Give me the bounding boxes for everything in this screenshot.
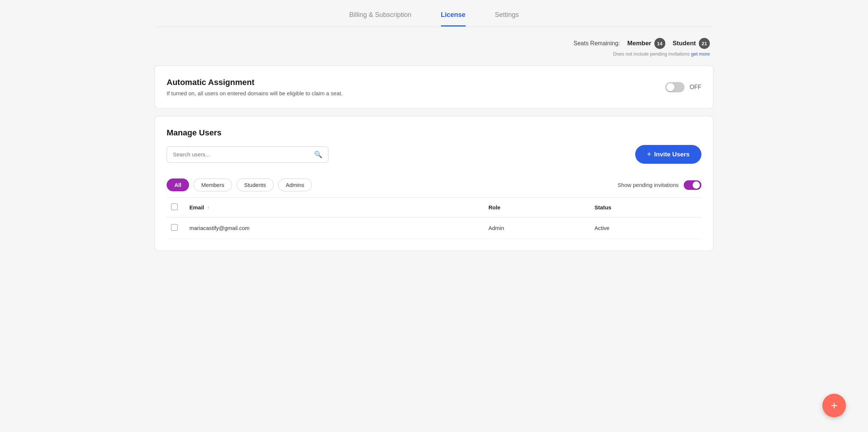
user-table: Email ↑ Role Status mariacastify@gmail.c… [167,198,701,239]
email-sort-icon: ↑ [207,205,210,210]
row-status: Active [590,217,701,239]
filter-row: All Members Students Admins Show pending… [167,173,701,198]
row-role: Admin [484,217,590,239]
pending-invitations-toggle[interactable] [684,180,701,190]
table-header: Email ↑ Role Status [167,198,701,217]
tab-bar: Billing & Subscription License Settings [154,0,714,27]
auto-assignment-toggle[interactable] [665,82,684,92]
seats-label: Seats Remaining: [573,40,620,47]
row-checkbox[interactable] [171,224,178,231]
filter-tabs: All Members Students Admins [167,178,312,191]
student-count-badge: 21 [699,38,710,49]
auto-assignment-toggle-label: OFF [690,84,701,91]
seats-section: Seats Remaining: Member 14 Student 21 Do… [154,38,714,57]
email-column-label: Email [189,204,204,210]
table-header-role: Role [484,198,590,217]
seats-note: Does not include pending invitations get… [613,51,710,57]
auto-assignment-title: Automatic Assignment [167,78,343,87]
table-header-status: Status [590,198,701,217]
pending-toggle-row: Show pending invitations [618,180,701,190]
table-header-email[interactable]: Email ↑ [185,198,484,217]
tab-settings[interactable]: Settings [495,11,519,26]
row-email: mariacastify@gmail.com [185,217,484,239]
fab-button[interactable]: + [822,394,846,417]
manage-users-card: Manage Users 🔍 + Invite Users All Member… [154,116,714,251]
fab-icon: + [831,399,838,412]
manage-users-title: Manage Users [167,128,701,138]
auto-assignment-description: If turned on, all users on entered domai… [167,90,343,96]
search-invite-row: 🔍 + Invite Users [167,145,701,164]
filter-tab-admins[interactable]: Admins [278,178,312,191]
student-label: Student [673,40,696,47]
invite-users-label: Invite Users [654,151,690,158]
table-body: mariacastify@gmail.com Admin Active [167,217,701,239]
tab-license[interactable]: License [441,11,466,26]
auto-assignment-toggle-area: OFF [665,82,701,92]
auto-assignment-card: Automatic Assignment If turned on, all u… [154,65,714,109]
table-row: mariacastify@gmail.com Admin Active [167,217,701,239]
seats-note-text: Does not include pending invitations [613,51,690,57]
show-pending-label: Show pending invitations [618,182,679,188]
auto-assignment-text: Automatic Assignment If turned on, all u… [167,78,343,96]
tab-billing[interactable]: Billing & Subscription [349,11,411,26]
row-checkbox-cell [167,217,185,239]
student-seat-group: Student 21 [673,38,710,49]
filter-tab-students[interactable]: Students [236,178,274,191]
invite-users-button[interactable]: + Invite Users [635,145,701,164]
filter-tab-members[interactable]: Members [193,178,232,191]
select-all-checkbox[interactable] [171,203,178,210]
member-label: Member [627,40,651,47]
table-header-checkbox [167,198,185,217]
search-icon: 🔍 [314,151,322,159]
member-count-badge: 14 [654,38,665,49]
member-seat-group: Member 14 [627,38,665,49]
filter-tab-all[interactable]: All [167,178,189,191]
search-input[interactable] [173,151,314,157]
invite-plus-icon: + [647,150,651,159]
search-box[interactable]: 🔍 [167,146,328,163]
get-more-link[interactable]: get more [691,51,710,57]
